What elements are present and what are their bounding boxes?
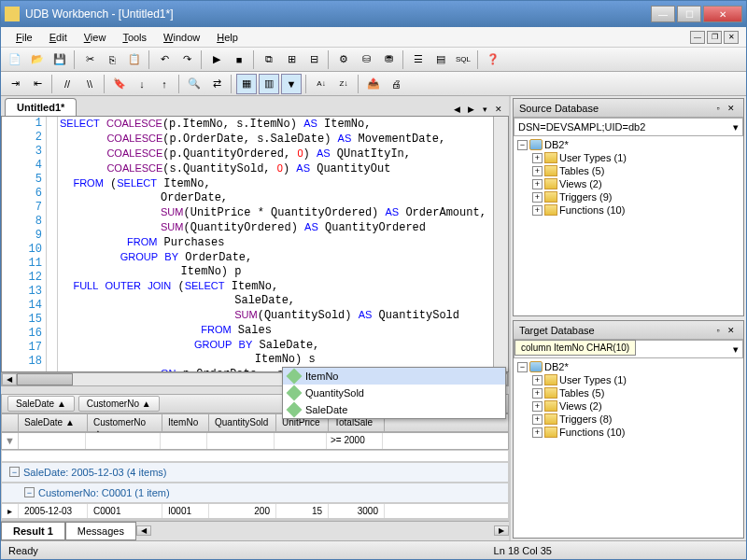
tool-c[interactable]: ⊟ [303, 49, 324, 70]
scroll-right-button[interactable]: ▶ [494, 525, 509, 536]
tab-prev[interactable]: ◀ [450, 103, 463, 116]
expand-icon[interactable]: + [532, 427, 543, 438]
paste-button[interactable]: 📋 [124, 49, 145, 70]
group-pill-saledate[interactable]: SaleDate ▲ [7, 396, 75, 412]
menu-view[interactable]: View [77, 30, 114, 45]
minimize-button[interactable]: — [651, 6, 675, 22]
export-button[interactable]: 📤 [363, 74, 384, 94]
stop-button[interactable]: ■ [229, 49, 249, 70]
col-saledate[interactable]: SaleDate ▲ [19, 414, 88, 431]
tool-b[interactable]: ⊞ [281, 49, 302, 70]
collapse-icon[interactable]: − [517, 362, 528, 372]
help-button[interactable]: ❓ [483, 49, 503, 70]
view-mode-b[interactable]: ▥ [259, 74, 279, 94]
uncomment-button[interactable]: \\ [79, 74, 100, 94]
tree-node[interactable]: + Functions (10) [515, 203, 741, 217]
view-mode-a[interactable]: ▦ [236, 74, 257, 94]
redo-button[interactable]: ↷ [176, 49, 197, 70]
tool-f[interactable]: ⛃ [378, 49, 399, 70]
undo-button[interactable]: ↶ [154, 49, 175, 70]
tree-node[interactable]: + Views (2) [515, 399, 741, 413]
copy-button[interactable]: ⎘ [102, 49, 122, 70]
tool-e[interactable]: ⛁ [356, 49, 376, 70]
collapse-icon[interactable]: − [24, 487, 35, 497]
tree-node[interactable]: + Tables (5) [515, 164, 741, 177]
fold-gutter[interactable] [47, 117, 58, 371]
comment-button[interactable]: // [57, 74, 78, 94]
print-button[interactable]: 🖨 [386, 74, 406, 94]
sql-editor[interactable]: 123456789101112131415161718 SELECT COALE… [1, 116, 509, 372]
group-row-saledate[interactable]: − SaleDate: 2005-12-03 (4 items) [1, 462, 509, 483]
sort-asc-button[interactable]: A↓ [311, 74, 331, 94]
bookmark-button[interactable]: 🔖 [109, 74, 130, 94]
vscrollbar[interactable] [493, 117, 508, 371]
doc-tab-active[interactable]: Untitled1* [5, 98, 77, 116]
tree-root[interactable]: − DB2* [515, 360, 741, 373]
sql-button[interactable]: SQL [453, 49, 473, 70]
open-button[interactable]: 📂 [27, 49, 48, 70]
tab-close[interactable]: ✕ [492, 103, 505, 116]
new-button[interactable]: 📄 [5, 49, 25, 70]
replace-button[interactable]: ⇄ [206, 74, 227, 94]
find-button[interactable]: 🔍 [184, 74, 204, 94]
scroll-thumb[interactable] [17, 373, 73, 385]
sort-desc-button[interactable]: Z↓ [333, 74, 354, 94]
expand-icon[interactable]: + [532, 414, 543, 425]
expand-icon[interactable]: + [532, 375, 543, 385]
menu-file[interactable]: File [8, 30, 40, 45]
mdi-close[interactable]: ✕ [724, 31, 739, 44]
group-row-customerno[interactable]: − CustomerNo: C0001 (1 item) [1, 483, 509, 503]
expand-icon[interactable]: + [532, 388, 543, 399]
tree-node[interactable]: + User Types (1) [515, 373, 741, 386]
tab-next[interactable]: ▶ [464, 103, 477, 116]
panel-dock-button[interactable]: ▫ [712, 324, 725, 337]
tree-node[interactable]: + Functions (10) [515, 426, 741, 439]
tool-g[interactable]: ☰ [408, 49, 429, 70]
expand-icon[interactable]: + [532, 153, 543, 163]
dsn-field[interactable]: column ItemNo CHAR(10) ▾ [514, 340, 743, 358]
group-pill-customerno[interactable]: CustomerNo ▲ [78, 396, 160, 412]
indent-button[interactable]: ⇥ [5, 74, 25, 94]
filter-button[interactable]: ▼ [281, 74, 302, 94]
run-button[interactable]: ▶ [206, 49, 227, 70]
panel-close-button[interactable]: ✕ [725, 324, 738, 337]
tree-node[interactable]: + Tables (5) [515, 386, 741, 399]
dsn-field[interactable]: DSN=DEVSAMPL;UID=db2 ▾ [514, 118, 743, 136]
data-row[interactable]: ▸2005-12-03C0001I0001200153000 [1, 503, 509, 519]
tool-a[interactable]: ⧉ [259, 49, 279, 70]
expand-icon[interactable]: + [532, 166, 543, 176]
col-itemno[interactable]: ItemNo [162, 414, 209, 431]
collapse-icon[interactable]: − [517, 140, 528, 150]
tree-node[interactable]: + Triggers (9) [515, 190, 741, 203]
expand-icon[interactable]: + [532, 205, 543, 216]
ac-item-saledate[interactable]: SaleDate [283, 401, 505, 418]
expand-icon[interactable]: + [532, 179, 543, 189]
next-bookmark[interactable]: ↓ [132, 74, 152, 94]
tool-d[interactable]: ⚙ [333, 49, 354, 70]
close-button[interactable]: ✕ [703, 6, 742, 22]
code-area[interactable]: SELECT COALESCE(p.ItemNo, s.ItemNo) AS I… [58, 117, 493, 371]
panel-close-button[interactable]: ✕ [725, 102, 738, 115]
cut-button[interactable]: ✂ [79, 49, 100, 70]
tree-root[interactable]: − DB2* [515, 138, 741, 151]
collapse-icon[interactable]: − [9, 467, 20, 477]
tab-messages[interactable]: Messages [65, 522, 136, 540]
tree-node[interactable]: + Views (2) [515, 177, 741, 190]
ac-item-quantitysold[interactable]: QuantitySold [283, 385, 505, 401]
save-button[interactable]: 💾 [49, 49, 70, 70]
menu-window[interactable]: Window [156, 30, 207, 45]
filter-totalsale[interactable]: >= 2000 [327, 433, 383, 449]
mdi-minimize[interactable]: — [690, 31, 705, 44]
tree-node[interactable]: + Triggers (8) [515, 413, 741, 426]
filter-icon[interactable]: ▼ [2, 433, 19, 449]
tree-node[interactable]: + User Types (1) [515, 151, 741, 164]
prev-bookmark[interactable]: ↑ [154, 74, 175, 94]
menu-help[interactable]: Help [209, 30, 246, 45]
scroll-left-button[interactable]: ◀ [136, 525, 151, 536]
panel-dock-button[interactable]: ▫ [712, 102, 725, 115]
maximize-button[interactable]: ☐ [677, 6, 701, 22]
expand-icon[interactable]: + [532, 192, 543, 203]
tab-result1[interactable]: Result 1 [1, 522, 65, 540]
col-customerno[interactable]: CustomerNo ▲ [88, 414, 162, 431]
tool-h[interactable]: ▤ [430, 49, 451, 70]
